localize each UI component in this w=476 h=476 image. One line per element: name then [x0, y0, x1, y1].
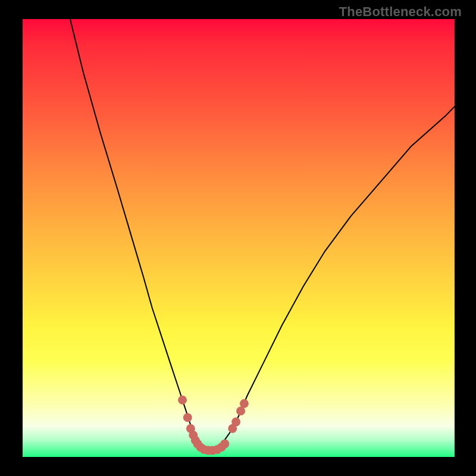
curve-markers — [178, 396, 249, 455]
bottleneck-curve — [70, 19, 455, 451]
marker-dot — [231, 418, 240, 427]
watermark-text: TheBottleneck.com — [339, 4, 462, 20]
marker-dot — [240, 399, 249, 408]
marker-dot — [220, 439, 229, 448]
marker-dot — [183, 413, 192, 422]
curve-layer — [23, 19, 455, 457]
plot-area — [23, 19, 455, 457]
marker-dot — [178, 396, 187, 405]
chart-frame: TheBottleneck.com — [0, 0, 476, 476]
